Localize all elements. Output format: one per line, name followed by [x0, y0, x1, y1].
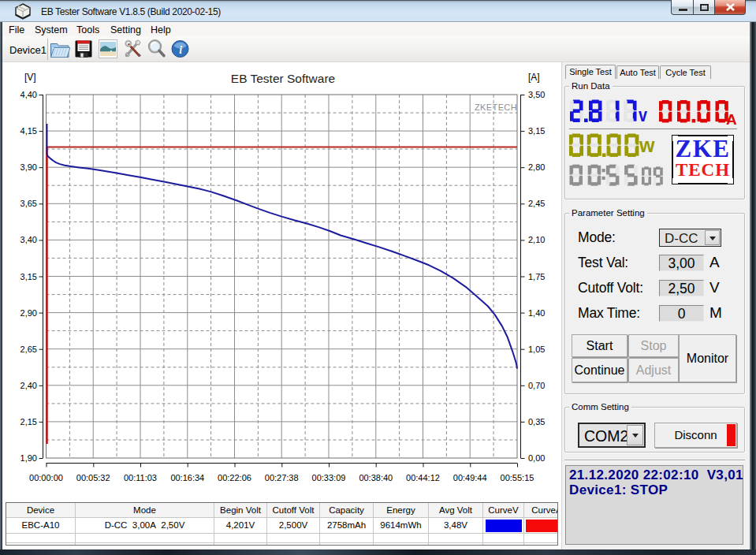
- svg-text:00:49:44: 00:49:44: [453, 473, 487, 482]
- svg-text:00:00:00: 00:00:00: [29, 473, 63, 482]
- svg-text:0,35: 0,35: [528, 417, 545, 426]
- svg-text:1,90: 1,90: [20, 453, 37, 463]
- svg-text:4,15: 4,15: [20, 126, 37, 136]
- svg-text:00:16:34: 00:16:34: [170, 473, 204, 482]
- svg-text:3,65: 3,65: [20, 199, 37, 208]
- svg-text:2,80: 2,80: [528, 162, 545, 172]
- svg-text:00:11:03: 00:11:03: [124, 473, 157, 482]
- svg-text:2,65: 2,65: [20, 345, 37, 354]
- svg-text:ZKETECH: ZKETECH: [475, 102, 517, 112]
- svg-text:00:33:09: 00:33:09: [312, 473, 346, 482]
- svg-text:2,10: 2,10: [528, 235, 545, 244]
- svg-text:0,00: 0,00: [528, 453, 545, 463]
- svg-text:3,15: 3,15: [528, 126, 545, 136]
- svg-text:4,40: 4,40: [20, 90, 37, 99]
- svg-text:2,45: 2,45: [528, 199, 545, 208]
- svg-text:00:27:38: 00:27:38: [265, 473, 299, 482]
- svg-text:00:22:06: 00:22:06: [218, 473, 251, 482]
- svg-text:00:38:40: 00:38:40: [359, 473, 393, 482]
- svg-text:0,70: 0,70: [528, 381, 545, 390]
- svg-text:3,90: 3,90: [20, 162, 37, 172]
- svg-text:3,40: 3,40: [20, 235, 37, 244]
- svg-text:1,05: 1,05: [528, 345, 545, 354]
- svg-text:1,75: 1,75: [528, 272, 545, 281]
- svg-text:2,90: 2,90: [20, 308, 37, 318]
- svg-text:2,40: 2,40: [20, 381, 37, 390]
- svg-text:00:55:15: 00:55:15: [501, 473, 534, 482]
- svg-text:3,15: 3,15: [20, 272, 37, 281]
- svg-text:3,50: 3,50: [528, 90, 545, 99]
- svg-text:2,15: 2,15: [20, 417, 37, 426]
- svg-text:[V]: [V]: [24, 72, 36, 83]
- svg-text:EB Tester Software: EB Tester Software: [231, 72, 335, 85]
- svg-text:00:05:32: 00:05:32: [76, 473, 110, 482]
- svg-text:00:44:12: 00:44:12: [406, 473, 440, 482]
- svg-text:[A]: [A]: [528, 72, 540, 83]
- svg-text:1,40: 1,40: [528, 308, 545, 318]
